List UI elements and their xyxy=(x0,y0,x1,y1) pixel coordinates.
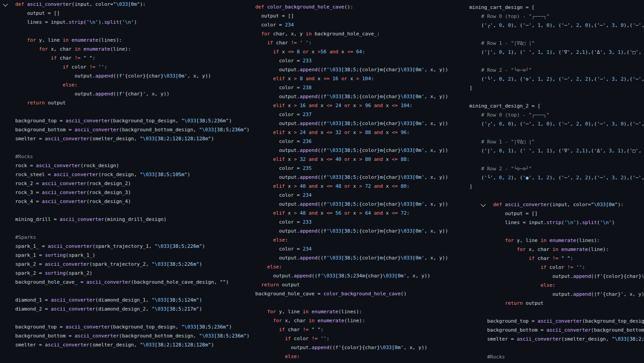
code-line: background_hole_cave_ = ascii_converter(… xyxy=(15,278,249,287)
code-line: ('|', 0, 1), (' ', 1, 1), ('∇', 2,1),('Δ… xyxy=(469,147,644,156)
code-line: output = [] xyxy=(469,209,644,218)
code-editor: def ascii_converter(input, color="\033[0… xyxy=(0,0,644,363)
code-line: output = [] xyxy=(15,9,249,18)
code-line: if x <= 8 or x >56 and x <= 64: xyxy=(255,48,448,56)
code-line: output.append((f'\033[38;5;{color}m{char… xyxy=(255,200,448,209)
code-line: elif x > 48 and x <= 56 or x > 64 and x … xyxy=(255,209,448,218)
code-line: # Row 2 - "└⊙─⊙┘" xyxy=(469,164,644,173)
code-line: if color != '': xyxy=(255,334,448,343)
code-line: ] xyxy=(469,84,644,93)
code-line: ('└', 0, 2), ('⊙', 1, 2), ('─', 2, 2),('… xyxy=(469,75,644,84)
code-line: output.append((f'\033[38;5;{color}m{char… xyxy=(255,173,448,182)
code-line: color = 233 xyxy=(255,56,448,65)
code-line: rock_4 = ascii_converter(rock_design_4) xyxy=(15,197,249,206)
code-line: smelter = ascii_converter(smelter_design… xyxy=(469,335,644,344)
code-line: else: xyxy=(255,236,448,245)
code-line: #Rocks xyxy=(15,152,249,161)
code-line: color = 237 xyxy=(255,110,448,119)
code-line xyxy=(15,143,249,152)
code-line: color = 234 xyxy=(255,245,448,254)
code-line: # Row 0 (top) - "┌───┐" xyxy=(469,12,644,21)
code-line xyxy=(469,191,644,200)
code-column-left: def ascii_converter(input, color="\033[0… xyxy=(15,0,249,350)
code-line xyxy=(255,298,448,307)
code-line: color = 233 xyxy=(255,218,448,227)
code-line: background_top = ascii_converter(backgro… xyxy=(15,117,249,125)
code-line: ('┌', 0, 0), ('─', 1, 0), ('─', 2, 0),('… xyxy=(469,21,644,30)
code-line: def ascii_converter(input, color="\033[0… xyxy=(469,200,644,209)
code-line: output.append((f'{char}', x, y)) xyxy=(15,90,249,99)
code-line xyxy=(15,287,249,296)
code-line xyxy=(15,314,249,323)
code-line: if color != '': xyxy=(469,263,644,272)
code-line xyxy=(469,57,644,66)
code-line xyxy=(469,308,644,317)
code-line xyxy=(15,108,249,117)
code-line: elif x > 8 and x <= 16 or x > 104: xyxy=(255,74,448,83)
code-line: return output xyxy=(255,281,448,290)
code-line: return output xyxy=(469,299,644,308)
code-line: output.append((f'\033[38;5;{color}m{char… xyxy=(255,92,448,101)
code-line: # Row 1 - "|∇Δ□ |" xyxy=(469,138,644,147)
code-line: output = [] xyxy=(255,12,448,21)
code-line: else: xyxy=(469,281,644,290)
code-column-middle: def color_background_hole_cave(): output… xyxy=(255,3,448,361)
code-line: for x, char in enumerate(line): xyxy=(469,245,644,254)
code-line: mining_cart_design_2 = [ xyxy=(469,102,644,111)
code-column-right: mining_cart_design = [ # Row 0 (top) - "… xyxy=(469,3,644,362)
code-line: smelter = ascii_converter(smelter_design… xyxy=(15,341,249,350)
code-line: output.append((f'\033[38;5;{color}m{char… xyxy=(255,65,448,74)
code-line xyxy=(15,224,249,233)
code-line xyxy=(15,27,249,36)
code-line: spark_2 = ascii_converter(spark_trajecto… xyxy=(15,260,249,269)
code-line: if color != '': xyxy=(15,63,249,72)
code-line: output.append((f'{color}{char}\033[0m', … xyxy=(255,343,448,352)
code-line: for y, line in enumerate(lines): xyxy=(255,307,448,316)
code-line: for y, line in enumerate(lines): xyxy=(469,236,644,245)
code-line: # Row 2 - "└⊙─⊙┘" xyxy=(469,66,644,75)
code-line: if char != " ": xyxy=(255,325,448,334)
code-line: for x, char in enumerate(line): xyxy=(255,316,448,325)
code-line: color = 236 xyxy=(255,137,448,146)
code-line xyxy=(469,227,644,236)
code-line: ] xyxy=(469,182,644,191)
code-line xyxy=(469,156,644,164)
code-line: elif x > 24 and x <= 32 or x > 88 and x … xyxy=(255,128,448,137)
code-line: ('└', 0, 2), ('◉', 1, 2), ('─', 2, 2),('… xyxy=(469,173,644,182)
code-line: background_top = ascii_converter(backgro… xyxy=(15,323,249,332)
code-line: elif x > 16 and x <= 24 or x > 96 and x … xyxy=(255,101,448,110)
code-line: if char != " ": xyxy=(15,54,249,63)
code-line: if char != " ": xyxy=(469,254,644,263)
code-line: spark_2 = sorting(spark_2) xyxy=(15,269,249,278)
code-line: background_bottom = ascii_converter(back… xyxy=(15,125,249,134)
code-line: # Row 1 - "|∇Δ□ |" xyxy=(469,39,644,48)
code-line: output.append((f'{color}{char}\033[0m', … xyxy=(469,272,644,281)
code-line: rock_3 = ascii_converter(rock_design_3) xyxy=(15,188,249,197)
code-line: def color_background_hole_cave(): xyxy=(255,3,448,12)
code-line: smelter = ascii_converter(smelter_design… xyxy=(15,134,249,143)
code-line: ('|', 0, 1), (' ', 1, 1), ('∇', 2,1),('Δ… xyxy=(469,48,644,57)
code-line: else: xyxy=(15,81,249,90)
code-line: else: xyxy=(255,263,448,272)
code-line: rock_steel = ascii_converter(rock_design… xyxy=(15,170,249,179)
code-line: else: xyxy=(255,352,448,361)
code-line: #Sparks xyxy=(15,233,249,242)
code-line: for y, line in enumerate(lines): xyxy=(15,36,249,45)
fold-chevron-icon[interactable] xyxy=(3,1,8,6)
code-line xyxy=(469,129,644,138)
code-line: color = 234 xyxy=(255,21,448,30)
code-line: diamond_2 = ascii_converter(diamond_desi… xyxy=(15,305,249,314)
code-line: # Row 0 (top) - "┌───┐" xyxy=(469,111,644,120)
code-line: for x, char in enumerate(line): xyxy=(15,45,249,54)
code-line: return output xyxy=(15,99,249,108)
code-line: output.append((f'\033[38;5;{color}m{char… xyxy=(255,146,448,155)
code-line: lines = input.strip('\n').split('\n') xyxy=(15,18,249,27)
code-line: for char, x, y in background_hole_cave_: xyxy=(255,30,448,39)
code-line xyxy=(15,206,249,215)
code-line: ('┌', 0, 0), ('─', 1, 0), ('─', 2, 0),('… xyxy=(469,120,644,129)
code-line: output.append((f'\033[38;5;{color}m{char… xyxy=(255,227,448,236)
code-line: mining_cart_design = [ xyxy=(469,3,644,12)
code-line: color = 235 xyxy=(255,164,448,173)
code-line: spark_1 = sorting(spark_1_) xyxy=(15,251,249,260)
code-line xyxy=(469,344,644,353)
